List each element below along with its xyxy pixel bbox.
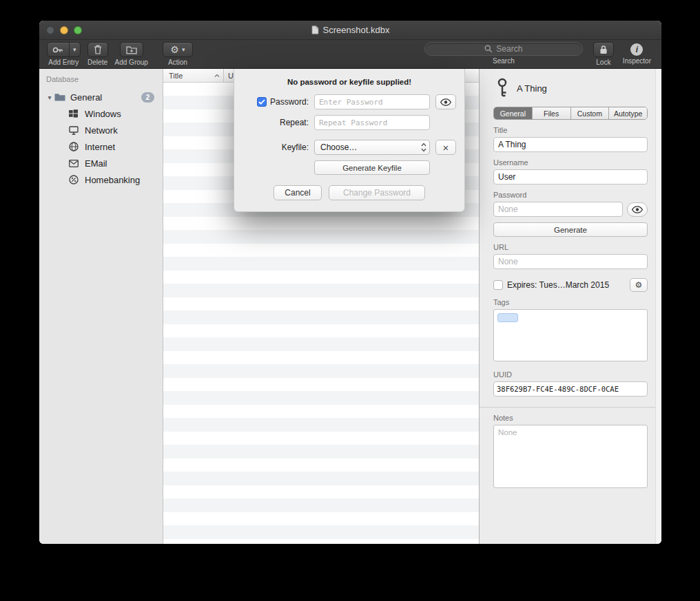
tags-field-label: Tags [493, 298, 648, 306]
zoom-button[interactable] [74, 26, 82, 34]
toolbar-add-entry: ▾ Add Entry [47, 42, 81, 66]
uuid-field-label: UUID [493, 370, 648, 379]
divider [480, 407, 661, 408]
tab-autotype[interactable]: Autotype [608, 107, 647, 119]
inspector-tabs: General Files Custom Autotype [493, 107, 648, 120]
expires-checkbox[interactable] [493, 280, 503, 290]
sidebar-item-label: Windows [85, 109, 121, 119]
eye-icon [632, 206, 643, 213]
keyfile-selected-value: Choose… [320, 143, 421, 152]
notes-field-label: Notes [493, 414, 648, 422]
info-icon: i [636, 45, 638, 54]
toolbar-right-group: Search Search Lock i Inspector [421, 42, 655, 66]
tab-files[interactable]: Files [532, 107, 570, 119]
toolbar-search: Search Search [424, 42, 583, 65]
toolbar: ▾ Add Entry Delete Add Group ⚙ [39, 40, 661, 69]
username-field[interactable] [493, 169, 648, 184]
lock-button[interactable] [593, 42, 614, 57]
close-button[interactable] [46, 26, 54, 34]
sidebar-item-homebanking[interactable]: Homebanking [39, 171, 163, 188]
check-icon [258, 99, 265, 105]
add-group-button[interactable] [120, 42, 143, 57]
title-field[interactable] [493, 137, 648, 152]
tags-field[interactable] [493, 309, 648, 361]
desktop: Screenshot.kdbx ▾ Add Entry [0, 0, 700, 601]
entry-count-badge: 2 [141, 92, 154, 103]
x-icon: × [443, 142, 449, 154]
password-label-row: Password: [248, 97, 309, 107]
inspector-toggle-button[interactable]: i [630, 43, 643, 56]
password-field-row [493, 202, 648, 217]
inspector-panel: A Thing General Files Custom Autotype Ti… [479, 69, 661, 544]
sidebar-item-label: EMail [85, 158, 107, 169]
windows-icon [68, 109, 79, 118]
clear-keyfile-button[interactable]: × [435, 140, 456, 155]
repeat-label: Repeat: [248, 118, 309, 127]
inspector-scrollbar[interactable] [655, 69, 661, 544]
expires-row: Expires: Tues…March 2015 ⚙ [493, 278, 648, 292]
toolbar-action: ⚙ ▾ Action [163, 42, 193, 66]
gear-icon: ⚙ [170, 44, 179, 55]
search-input[interactable]: Search [424, 42, 583, 56]
url-field-label: URL [493, 243, 648, 251]
username-field-label: Username [493, 158, 648, 167]
notes-placeholder: None [498, 428, 517, 436]
minimize-button[interactable] [60, 26, 68, 34]
tag-token[interactable] [497, 313, 518, 322]
toolbar-lock: Lock [593, 42, 614, 66]
delete-label: Delete [88, 59, 107, 66]
trash-icon [94, 45, 102, 54]
window-title: Screenshot.kdbx [323, 25, 390, 35]
dialog-footer: Cancel Change Password [248, 185, 451, 200]
add-entry-button[interactable]: ▾ [47, 42, 81, 57]
column-header-title[interactable]: Title [163, 69, 224, 82]
sidebar: Database ▾ General 2 Windows [39, 69, 163, 544]
content-area: Database ▾ General 2 Windows [39, 69, 661, 544]
lock-icon [599, 45, 608, 54]
add-entry-dropdown-button[interactable]: ▾ [69, 43, 80, 56]
dialog-form: Password: Repeat: Keyfile: Choose… [248, 94, 451, 175]
sidebar-item-windows[interactable]: Windows [39, 105, 163, 122]
uuid-field[interactable] [493, 381, 648, 397]
stepper-icon [421, 143, 426, 152]
action-button[interactable]: ⚙ ▾ [163, 42, 193, 57]
cancel-button[interactable]: Cancel [274, 185, 322, 200]
entry-list: Title U No password or keyfile supplied! [163, 69, 479, 544]
password-checkbox[interactable] [257, 97, 267, 107]
column-header-username[interactable]: U [224, 72, 234, 80]
tab-general[interactable]: General [494, 107, 532, 119]
gear-icon: ⚙ [635, 280, 643, 290]
inspector-label: Inspector [623, 57, 651, 65]
expires-settings-button[interactable]: ⚙ [630, 278, 648, 292]
tab-custom[interactable]: Custom [570, 107, 609, 119]
keyfile-label: Keyfile: [248, 143, 309, 152]
password-input[interactable] [314, 94, 430, 109]
notes-field[interactable]: None [493, 425, 648, 488]
title-field-label: Title [493, 126, 648, 134]
delete-button[interactable] [88, 42, 108, 57]
show-password-button[interactable] [435, 94, 456, 109]
percent-circle-icon [68, 175, 79, 184]
sidebar-item-internet[interactable]: Internet [39, 138, 163, 155]
sidebar-item-email[interactable]: EMail [39, 155, 163, 171]
toolbar-add-group: Add Group [115, 42, 148, 66]
generate-keyfile-button[interactable]: Generate Keyfile [314, 160, 430, 175]
password-field[interactable] [493, 202, 623, 217]
sidebar-group-general[interactable]: ▾ General 2 [39, 89, 163, 105]
repeat-password-input[interactable] [314, 115, 430, 130]
url-field[interactable] [493, 254, 648, 269]
toolbar-delete: Delete [88, 42, 108, 66]
sidebar-item-network[interactable]: Network [39, 122, 163, 138]
globe-icon [68, 142, 79, 151]
folder-icon [54, 93, 65, 101]
generate-password-button[interactable]: Generate [493, 222, 648, 237]
folder-plus-icon [126, 45, 137, 54]
keyfile-select[interactable]: Choose… [314, 140, 430, 155]
reveal-password-button[interactable] [627, 202, 648, 217]
search-placeholder: Search [496, 44, 522, 54]
traffic-lights [39, 26, 82, 34]
disclosure-triangle-icon[interactable]: ▾ [45, 94, 54, 101]
sidebar-item-label: Network [85, 125, 118, 136]
change-password-button[interactable]: Change Password [329, 185, 425, 200]
sidebar-item-label: Internet [85, 142, 115, 152]
